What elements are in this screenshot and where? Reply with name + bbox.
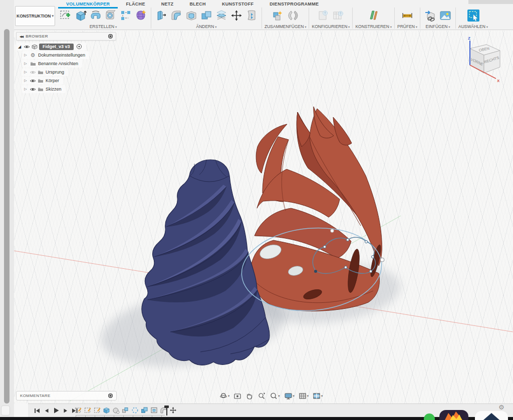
viewports-button[interactable]: ▾ (312, 391, 324, 400)
svg-text:Z: Z (468, 36, 470, 41)
browser-panel: ◀◀ BROWSER ◢ Fidget_v3 v3 ▷ ⚙ Dokumentei… (16, 32, 119, 93)
collapse-panel-icon[interactable]: ◀◀ (20, 35, 23, 38)
move-button[interactable] (229, 7, 244, 24)
configure-button[interactable] (316, 7, 331, 24)
grid-snap-button[interactable]: ▾ (298, 391, 310, 400)
blue-spiral-model (142, 160, 270, 365)
timeline-sketch-icon[interactable] (84, 406, 91, 414)
group-label-konfigurieren[interactable]: KONFIGURIEREN (312, 24, 350, 29)
look-at-button[interactable] (232, 391, 242, 400)
browser-row-bodies[interactable]: ▷ Körper (22, 77, 63, 85)
view-navigation-bar: ▾ ▾ ▾ ▾ ▾ (218, 390, 324, 401)
press-pull-button[interactable] (154, 7, 169, 24)
canvas-button[interactable] (438, 7, 453, 24)
group-label-zusammenfuegen[interactable]: ZUSAMMENFÜGEN (265, 24, 306, 29)
dock-app-icon-mountain[interactable] (475, 411, 508, 420)
step-back-button[interactable] (44, 407, 50, 414)
timeline-sketch-icon[interactable] (93, 406, 101, 414)
ribbon-toolbar: VOLUMENKÖRPER FLÄCHE NETZ BLECH KUNSTSTO… (14, 0, 513, 30)
browser-root-row[interactable]: ◢ Fidget_v3 v3 (16, 43, 86, 51)
timeline-pattern-icon[interactable] (122, 406, 129, 414)
expander-icon[interactable]: ◢ (16, 45, 23, 49)
expander-icon[interactable]: ▷ (22, 62, 29, 66)
revolve-button[interactable] (88, 7, 103, 24)
pan-button[interactable] (244, 391, 254, 400)
root-document-label[interactable]: Fidget_v3 v3 (39, 44, 74, 50)
activate-component-radio[interactable] (76, 44, 82, 50)
tab-flaeche[interactable]: FLÄCHE (118, 0, 153, 7)
browser-row-named-views[interactable]: ▷ Benannte Ansichten (22, 60, 82, 68)
physical-material-button[interactable] (244, 7, 259, 24)
timeline-form-icon[interactable] (112, 406, 120, 414)
tab-kunststoff[interactable]: KUNSTSTOFF (214, 0, 262, 7)
group-label-erstellen[interactable]: ERSTELLEN (90, 24, 117, 29)
offset-face-button[interactable] (214, 7, 229, 24)
display-settings-button[interactable]: ▾ (283, 391, 296, 400)
viewport-3d[interactable]: OBEN VORNE RECHTS Z X ◀◀ BROWSER ◢ Fidge… (14, 31, 513, 403)
fillet-button[interactable] (169, 7, 184, 24)
expander-icon[interactable]: ▷ (22, 87, 29, 91)
tab-netz[interactable]: NETZ (153, 0, 182, 7)
timeline-circular-pattern-icon[interactable] (131, 406, 139, 414)
timeline-move-icon[interactable] (169, 406, 177, 414)
timeline-extrude-icon[interactable] (103, 406, 110, 414)
group-label-einfuegen[interactable]: EINFÜGEN (426, 24, 450, 29)
group-label-pruefen[interactable]: PRÜFEN (397, 24, 417, 29)
timeline-combine-icon[interactable] (141, 406, 148, 414)
orbit-button[interactable]: ▾ (218, 391, 230, 400)
tab-dienstprogramme[interactable]: DIENSTPROGRAMME (262, 0, 327, 7)
step-forward-button[interactable] (63, 407, 69, 414)
visibility-eye-icon[interactable] (29, 87, 37, 92)
dock-firefox-icon[interactable] (439, 410, 468, 420)
panel-options-button[interactable] (108, 34, 113, 39)
background-window-fragment (1, 405, 10, 415)
joint-button[interactable] (286, 7, 301, 24)
group-label-aendern[interactable]: ÄNDERN (196, 24, 217, 29)
zoom-button[interactable] (256, 391, 267, 400)
visibility-eye-icon[interactable] (29, 79, 37, 83)
folder-icon (29, 61, 37, 66)
expander-icon[interactable]: ▷ (22, 53, 29, 57)
play-button[interactable] (53, 407, 60, 414)
go-to-start-button[interactable] (34, 407, 41, 414)
shell-button[interactable] (184, 7, 199, 24)
browser-row-sketches[interactable]: ▷ Skizzen (22, 85, 66, 93)
browser-row-settings[interactable]: ▷ ⚙ Dokumenteinstellungen (22, 51, 89, 59)
group-label-auswaehlen[interactable]: AUSWÄHLEN (458, 24, 488, 29)
svg-text:X: X (497, 79, 500, 83)
construction-dropdown-button[interactable]: KONSTRUKTION (15, 6, 55, 26)
create-form-button[interactable] (133, 7, 148, 24)
comments-panel[interactable]: KOMMENTARE (16, 391, 117, 400)
panel-options-button[interactable] (108, 393, 113, 398)
browser-header[interactable]: ◀◀ BROWSER (16, 32, 116, 41)
extrude-button[interactable] (73, 7, 88, 24)
select-button[interactable] (466, 7, 481, 24)
expander-icon[interactable]: ▷ (22, 70, 29, 74)
visibility-eye-icon[interactable] (23, 45, 31, 49)
sketch-point (331, 229, 334, 232)
group-aendern: ÄNDERN (153, 7, 260, 29)
create-sketch-button[interactable] (58, 7, 73, 24)
timeline-shell-icon[interactable] (150, 406, 158, 414)
viewcube[interactable]: OBEN VORNE RECHTS Z X (455, 35, 510, 85)
browser-title: BROWSER (26, 34, 108, 39)
timeline-sketch-icon[interactable] (74, 406, 82, 414)
configuration-table-button[interactable] (331, 7, 346, 24)
browser-row-origin[interactable]: ▷ Ursprung (22, 68, 68, 76)
construction-plane-button[interactable] (366, 7, 381, 24)
sketch-pattern-button[interactable] (118, 7, 133, 24)
combine-button[interactable] (199, 7, 214, 24)
measure-button[interactable] (400, 7, 415, 24)
hole-button[interactable] (103, 7, 118, 24)
group-label-konstruieren[interactable]: KONSTRUIEREN (355, 24, 392, 29)
new-component-button[interactable] (271, 7, 286, 24)
timeline-playhead[interactable] (164, 405, 169, 415)
timeline-features (74, 406, 177, 414)
group-pruefen: PRÜFEN (396, 7, 418, 29)
background-scrollbar[interactable] (4, 29, 10, 403)
tab-blech[interactable]: BLECH (181, 0, 214, 7)
expander-icon[interactable]: ▷ (22, 79, 29, 83)
zoom-window-button[interactable]: ▾ (269, 391, 281, 400)
visibility-eye-icon-off[interactable] (29, 70, 37, 75)
insert-derive-button[interactable] (423, 7, 438, 24)
